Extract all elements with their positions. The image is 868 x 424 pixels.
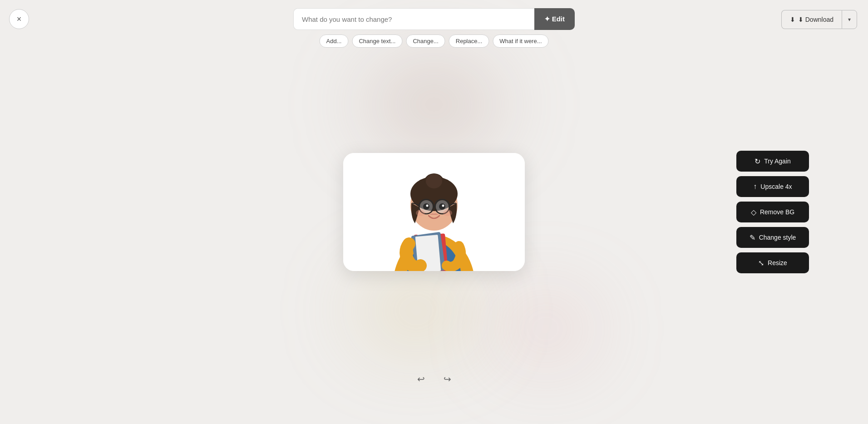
- chip-what-if[interactable]: What if it were...: [493, 35, 548, 48]
- image-card: [343, 153, 525, 271]
- download-button[interactable]: ⬇ ⬇ Download: [781, 10, 842, 29]
- top-bar: ✦ Edit: [0, 8, 868, 30]
- action-try-again[interactable]: ↻Try Again: [736, 151, 809, 172]
- action-remove-bg[interactable]: ◇Remove BG: [736, 202, 809, 222]
- svg-point-11: [426, 174, 442, 188]
- redo-icon: ↪: [444, 374, 451, 385]
- chevron-down-icon: ▾: [848, 16, 851, 23]
- action-resize[interactable]: ⤡Resize: [736, 252, 809, 273]
- download-icon: ⬇: [790, 16, 795, 23]
- svg-point-22: [442, 205, 444, 207]
- resize-label: Resize: [768, 259, 787, 266]
- undo-redo-controls: ↩ ↪: [412, 370, 456, 388]
- teacher-illustration: [343, 153, 525, 271]
- remove-bg-icon: ◇: [751, 208, 756, 217]
- remove-bg-label: Remove BG: [760, 208, 794, 216]
- svg-point-21: [426, 205, 429, 207]
- search-input[interactable]: [293, 8, 534, 30]
- download-dropdown-button[interactable]: ▾: [842, 10, 857, 29]
- undo-icon: ↩: [417, 374, 425, 385]
- chips-row: Add...Change text...Change...Replace...W…: [319, 35, 548, 48]
- chip-add[interactable]: Add...: [319, 35, 348, 48]
- change-style-label: Change style: [759, 234, 796, 241]
- action-upscale-4x[interactable]: ↑Upscale 4x: [736, 176, 809, 197]
- chip-replace[interactable]: Replace...: [449, 35, 489, 48]
- search-wrapper: ✦ Edit: [293, 8, 575, 30]
- action-panel: ↻Try Again↑Upscale 4x◇Remove BG✎Change s…: [736, 151, 809, 273]
- try-again-label: Try Again: [764, 158, 791, 165]
- redo-button[interactable]: ↪: [439, 370, 456, 388]
- edit-button[interactable]: ✦ Edit: [534, 8, 575, 30]
- download-area: ⬇ ⬇ Download ▾: [781, 10, 857, 29]
- chip-change-text[interactable]: Change text...: [352, 35, 402, 48]
- change-style-icon: ✎: [750, 233, 755, 242]
- resize-icon: ⤡: [758, 259, 764, 267]
- svg-point-23: [416, 210, 425, 216]
- upscale-4x-label: Upscale 4x: [760, 183, 792, 190]
- svg-point-19: [423, 203, 429, 210]
- svg-point-20: [439, 203, 445, 210]
- upscale-4x-icon: ↑: [753, 182, 757, 191]
- undo-button[interactable]: ↩: [412, 370, 429, 388]
- try-again-icon: ↻: [755, 157, 760, 166]
- action-change-style[interactable]: ✎Change style: [736, 227, 809, 248]
- svg-point-24: [443, 210, 452, 216]
- chip-change[interactable]: Change...: [406, 35, 445, 48]
